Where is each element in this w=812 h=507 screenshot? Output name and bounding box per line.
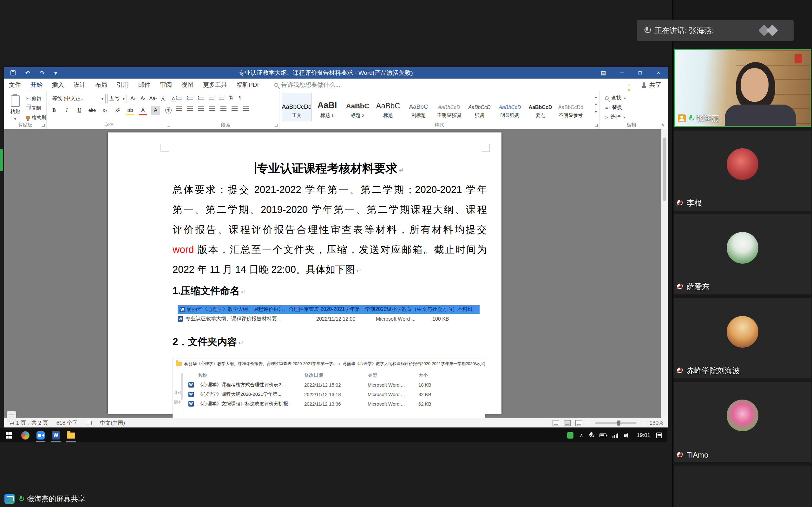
taskbar-app-generic[interactable] [18,429,33,442]
decrease-indent-icon[interactable] [209,96,214,100]
video-tile-liuhaibo[interactable]: 赤峰学院刘海波 [674,298,811,378]
paragraph-dialog-launcher[interactable] [275,124,277,127]
styles-dialog-launcher[interactable] [595,124,598,127]
justify-icon[interactable] [209,107,215,111]
notification-center-icon[interactable] [656,433,662,438]
copy-button[interactable]: 复制 [26,105,46,112]
tell-me-box[interactable]: 告诉我您想要做什么... [274,81,340,89]
text-highlight-button[interactable]: ab [126,106,135,115]
format-painter-button[interactable]: 格式刷 [26,114,46,121]
tab-references[interactable]: 引用 [112,79,134,91]
clipboard-dialog-launcher[interactable] [42,124,45,127]
bold-button[interactable]: B [50,106,58,115]
video-tile-tiamo[interactable]: TiAmo [674,382,811,462]
tab-mailings[interactable]: 邮件 [134,79,155,91]
tray-network-icon[interactable] [612,433,618,438]
style-gallery-up-icon[interactable]: ▴ [595,95,597,99]
tab-design[interactable]: 设计 [69,79,90,91]
align-right-icon[interactable] [198,107,204,111]
zoom-slider-thumb[interactable] [617,420,620,426]
taskbar-app-word[interactable] [48,429,63,442]
taskbar-clock[interactable]: 19:01 [637,432,650,439]
align-center-icon[interactable] [187,107,193,111]
zoom-slider[interactable] [595,422,636,424]
document-page[interactable]: 专业认证课程考核材料要求↵ 总体要求：提交 2021-2022 学年第一、第二学… [108,132,502,414]
zoom-in-button[interactable]: + [641,419,645,427]
phonetic-guide-button[interactable]: 文 [159,94,167,103]
maximize-button[interactable]: □ [631,67,649,78]
start-button[interactable] [0,429,18,442]
multilevel-list-icon[interactable] [198,96,204,100]
close-button[interactable]: × [649,67,668,78]
find-button[interactable]: 查找 ▾ [605,94,626,102]
ribbon-display-options-button[interactable]: ▤ [594,67,612,78]
style-heading2[interactable]: AaBbC标题 2 [343,93,372,121]
show-paragraph-marks-icon[interactable]: ¶ [239,95,241,101]
increase-indent-icon[interactable] [219,96,224,100]
floating-tool-widget[interactable] [7,411,16,421]
style-gallery-more-icon[interactable]: ▾ [595,110,597,113]
proofing-icon[interactable] [86,421,92,425]
replace-button[interactable]: ab 替换 [605,103,626,112]
style-subtle-reference[interactable]: AaBbCcDd不明显参考 [556,93,586,121]
tray-microphone-icon[interactable] [589,432,594,439]
tray-volume-icon[interactable] [624,433,630,438]
font-size-select[interactable]: 五号 ▾ [107,94,127,103]
font-dialog-launcher[interactable] [167,124,170,127]
change-case-button[interactable]: Aa▾ [149,94,157,103]
enclose-character-button[interactable]: 字 [164,106,172,115]
video-tile-ligen[interactable]: 李根 [674,130,811,211]
document-scrollbar[interactable] [661,129,668,418]
qat-customize-icon[interactable]: ▾ [54,69,57,77]
superscript-button[interactable]: x² [113,106,122,115]
redo-icon[interactable]: ↷ [40,69,45,77]
style-intense-emphasis[interactable]: AaBbCcD明显强调 [495,93,525,121]
underline-button[interactable]: U [75,106,84,115]
video-tile-zhanghaiyan[interactable]: 张海燕 [674,49,811,127]
tab-view[interactable]: 视图 [177,79,198,91]
character-shading-button[interactable]: A [151,106,160,115]
style-subtle-emphasis[interactable]: AaBbCcD不明显强调 [434,93,464,121]
numbering-icon[interactable] [187,96,193,100]
style-gallery-down-icon[interactable]: ▾ [595,102,597,107]
align-left-icon[interactable] [176,107,182,111]
taskbar-app-meeting[interactable] [33,429,48,442]
tab-more-tools[interactable]: 更多工具 [198,79,232,91]
save-icon[interactable] [10,70,15,75]
zoom-out-button[interactable]: − [587,419,590,427]
undo-icon[interactable]: ↶ [25,69,30,77]
style-title[interactable]: AaBbC标题 [373,93,403,121]
minimize-button[interactable]: ─ [612,67,631,78]
share-button[interactable]: 共享 [641,81,661,89]
video-tile-partial[interactable] [674,466,811,507]
line-spacing-icon[interactable] [220,107,226,111]
style-subtitle[interactable]: AaBbC副标题 [404,93,433,121]
web-layout-icon[interactable] [575,420,582,426]
tab-home[interactable]: 开始 [26,79,47,91]
font-color-button[interactable]: A [139,106,147,115]
shading-icon[interactable] [232,107,238,111]
activation-warning-icon[interactable]: ! [625,82,633,88]
style-heading1[interactable]: AaBI标题 1 [312,93,342,121]
zoom-level[interactable]: 130% [650,420,663,426]
tray-battery-icon[interactable] [600,434,606,437]
taskbar-app-explorer[interactable] [63,429,79,442]
tray-expand-icon[interactable]: ∧ [579,433,583,438]
word-count[interactable]: 618 个字 [56,419,78,427]
font-name-select[interactable]: 等线 (中文正... ▾ [50,94,106,103]
subscript-button[interactable]: x₂ [101,106,109,115]
tray-green-app-icon[interactable] [567,432,573,439]
paste-button[interactable]: 粘贴 ▾ [6,94,24,122]
tab-file[interactable]: 文件 [4,79,26,91]
style-strong[interactable]: AaBbCcD要点 [525,93,555,121]
cut-button[interactable]: ✂ 剪切 [26,95,46,102]
grow-font-button[interactable]: A▴ [129,94,137,103]
tab-foxit-pdf[interactable]: 福昕PDF [232,79,265,91]
borders-icon[interactable] [243,107,249,111]
print-layout-icon[interactable] [564,420,571,426]
meeting-toolbar-collapsed[interactable] [0,149,3,171]
bullets-icon[interactable] [176,96,182,100]
video-tile-saaidong[interactable]: 萨爱东 [674,214,811,294]
language-indicator[interactable]: 中文(中国) [100,419,125,427]
italic-button[interactable]: I [62,106,71,115]
